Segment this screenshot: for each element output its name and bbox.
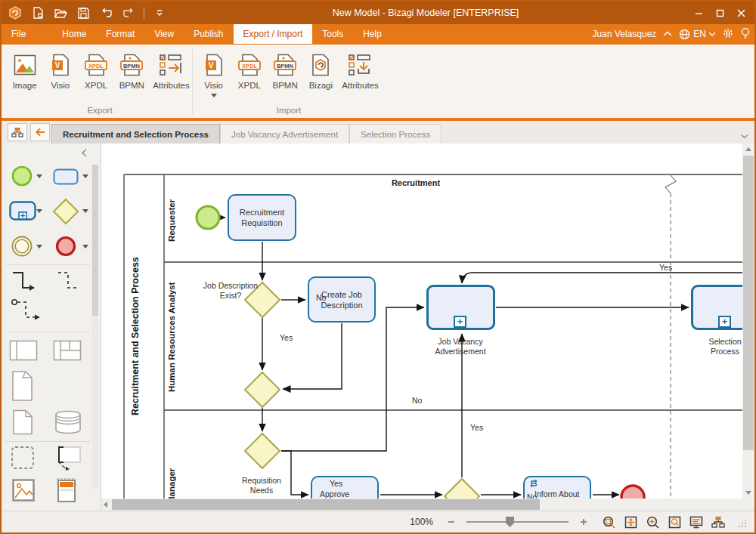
close-button[interactable]: [730, 2, 751, 24]
scroll-up-icon[interactable]: [745, 147, 751, 151]
phase-label[interactable]: Recruitment: [378, 178, 454, 188]
zoom-slider-thumb[interactable]: [506, 517, 514, 527]
export-bpmn-button[interactable]: BPMN BPMN: [115, 48, 149, 90]
palette-data-object[interactable]: [12, 409, 33, 435]
edge-label-no[interactable]: No: [316, 293, 326, 303]
horizontal-scrollbar[interactable]: [101, 499, 742, 511]
import-bizagi-button[interactable]: Bizagi: [304, 48, 338, 97]
settings-gear-icon[interactable]: [722, 27, 734, 42]
edge-label-yes-up[interactable]: Yes: [470, 423, 483, 433]
palette-start-event[interactable]: [11, 165, 33, 187]
horizontal-scrollbar-thumb[interactable]: [112, 499, 540, 510]
globe-icon[interactable]: EN: [679, 29, 715, 40]
window-resize-grip[interactable]: [738, 517, 747, 526]
start-event[interactable]: [197, 206, 219, 229]
palette-end-event-caret-icon[interactable]: [82, 245, 88, 248]
palette-lane[interactable]: [53, 340, 82, 361]
vertical-scrollbar[interactable]: [742, 144, 754, 511]
fit-to-screen-icon[interactable]: [602, 515, 615, 529]
hierarchy-view-icon[interactable]: [711, 515, 725, 529]
back-button[interactable]: [30, 123, 50, 141]
export-xpdl-button[interactable]: XPDL XPDL: [79, 48, 113, 90]
subprocess-job-vacancy-advertisement[interactable]: +: [426, 285, 495, 330]
subprocess-plus-icon[interactable]: +: [454, 316, 466, 328]
customize-toolbar-dropdown-icon[interactable]: [152, 5, 167, 20]
edge-label-no-manager[interactable]: No: [412, 396, 422, 406]
pool-label[interactable]: Recruitment and Selection Process: [130, 227, 145, 446]
scroll-left-icon[interactable]: [104, 502, 107, 508]
gateway-merge[interactable]: [245, 372, 280, 407]
label-requisition-needs[interactable]: Requisition Needs: [231, 476, 292, 495]
lane-label-human-resources-analyst[interactable]: Human Resources Analyst: [167, 276, 181, 398]
palette-group[interactable]: [11, 446, 35, 470]
menu-file[interactable]: File: [2, 24, 36, 44]
menu-home[interactable]: Home: [52, 24, 96, 44]
menu-format[interactable]: Format: [96, 24, 144, 44]
maximize-button[interactable]: [709, 2, 730, 24]
menu-help[interactable]: Help: [353, 24, 392, 44]
menu-view[interactable]: View: [144, 24, 184, 44]
palette-task-caret-icon[interactable]: [82, 174, 88, 178]
zoom-out-minus-icon[interactable]: [445, 515, 458, 529]
palette-scrollbar[interactable]: [92, 165, 98, 489]
palette-start-event-caret-icon[interactable]: [36, 174, 42, 178]
new-model-button[interactable]: [30, 5, 45, 20]
menu-publish[interactable]: Publish: [184, 24, 233, 44]
palette-scrollbar-thumb[interactable]: [92, 165, 98, 316]
palette-collapse-icon[interactable]: [81, 147, 88, 160]
open-button[interactable]: [53, 5, 68, 20]
edge-label-yes[interactable]: Yes: [280, 333, 293, 343]
zoom-area-icon[interactable]: [668, 515, 681, 529]
zoom-slider[interactable]: [466, 517, 569, 527]
export-visio-button[interactable]: V Visio: [43, 48, 77, 90]
zoom-in-plus-icon[interactable]: [577, 515, 590, 529]
tab-job-vacancy-advertisement[interactable]: Job Vacancy Advertisement: [220, 124, 349, 144]
tab-list-dropdown-icon[interactable]: [741, 128, 748, 142]
palette-pool[interactable]: [9, 340, 38, 361]
export-attributes-button[interactable]: Attributes: [150, 48, 192, 90]
undo-button[interactable]: [98, 5, 113, 20]
export-image-button[interactable]: Image: [8, 48, 42, 90]
redo-button[interactable]: [121, 5, 136, 20]
diagram-canvas[interactable]: Recruitment and Selection Process Reques…: [101, 144, 754, 511]
save-button[interactable]: [76, 5, 91, 20]
palette-gateway-caret-icon[interactable]: [82, 209, 88, 213]
palette-milestone[interactable]: [11, 370, 35, 402]
lightbulb-icon[interactable]: [741, 27, 750, 42]
label-job-vacancy-advertisement[interactable]: Job Vacancy Advertisement: [423, 337, 498, 357]
pan-mode-icon[interactable]: [624, 515, 637, 529]
palette-sequence-flow[interactable]: [11, 269, 36, 293]
palette-intermediate-event[interactable]: [11, 235, 33, 258]
palette-image-artifact[interactable]: [12, 479, 35, 502]
palette-subprocess[interactable]: [9, 201, 36, 221]
task-recruitment-requisition[interactable]: Recruitment Requisition: [228, 194, 296, 241]
palette-task[interactable]: [53, 168, 79, 185]
subprocess-plus-icon[interactable]: +: [718, 316, 731, 328]
palette-annotation[interactable]: [53, 446, 83, 471]
palette-data-store[interactable]: [54, 410, 82, 434]
import-bpmn-button[interactable]: BPMN BPMN: [268, 48, 302, 97]
minimize-button[interactable]: [688, 2, 709, 24]
import-attributes-button[interactable]: Attributes: [339, 48, 381, 97]
palette-message-flow[interactable]: [11, 298, 44, 323]
model-hierarchy-button[interactable]: [8, 123, 27, 141]
tab-selection-process[interactable]: Selection Process: [349, 124, 442, 144]
edge-label-yes-approve[interactable]: Yes: [330, 479, 342, 489]
palette-subprocess-caret-icon[interactable]: [36, 209, 42, 213]
lane-label-requester[interactable]: Requester: [167, 190, 181, 251]
import-visio-button[interactable]: V Visio: [197, 48, 231, 97]
import-xpdl-button[interactable]: XPDL XPDL: [232, 48, 266, 97]
edge-label-yes-top[interactable]: Yes: [659, 263, 672, 273]
label-job-description-exist[interactable]: Job Description Exist?: [200, 281, 261, 301]
chevron-up-icon[interactable]: [663, 29, 672, 39]
palette-gateway[interactable]: [52, 198, 79, 225]
tab-recruitment-and-selection-process[interactable]: Recruitment and Selection Process: [51, 124, 220, 144]
palette-intermediate-event-caret-icon[interactable]: [36, 245, 42, 248]
zoom-in-tool-icon[interactable]: [646, 515, 659, 529]
presentation-mode-icon[interactable]: [689, 515, 703, 529]
palette-header-artifact[interactable]: [56, 477, 77, 503]
gateway-requisition-needs[interactable]: [245, 434, 280, 468]
vertical-scrollbar-thumb[interactable]: [743, 156, 754, 450]
menu-export-import[interactable]: Export / Import: [234, 24, 313, 44]
import-visio-caret-icon[interactable]: [211, 94, 217, 97]
